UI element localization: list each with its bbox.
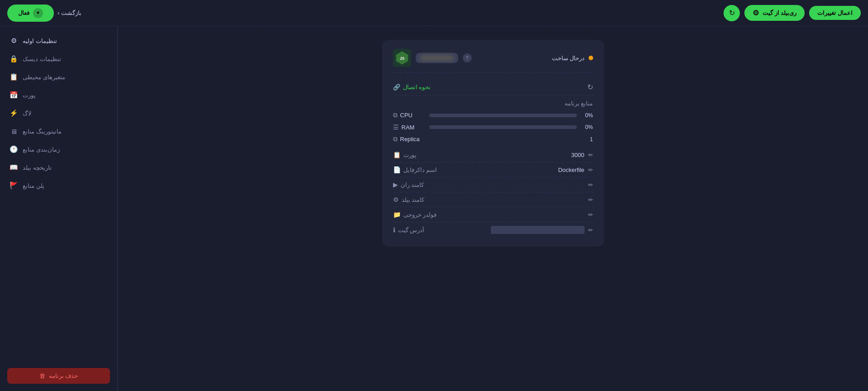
svg-text:JS: JS [399, 56, 404, 61]
output-edit-icon[interactable]: ✏ [588, 211, 593, 218]
build-history-icon: 📖 [9, 163, 18, 172]
content-area: درحال ساخت ? ████ JS ↻ [118, 26, 868, 391]
run-command-row: ✏ کامند ران ▶ [393, 177, 593, 192]
delete-icon: 🗑 [39, 372, 45, 379]
rebuild-from-git-button[interactable]: ری‌بیلد از گیت ⚙ [744, 5, 805, 21]
info-section: ✏ 3000 پورت 📋 ✏ Dockerfile اسم دا [393, 148, 593, 238]
build-history-label: تاریخچه بیلد [23, 164, 52, 171]
sidebar-item-logs[interactable]: لاگ ⚡ [0, 104, 117, 122]
git-info-icon: ℹ [393, 226, 395, 234]
resource-monitor-label: مانیتورینگ منابع [23, 128, 62, 135]
output-folder-right: فولدر خروجی 📁 [393, 211, 437, 218]
card-header-right: درحال ساخت [552, 55, 593, 62]
ports-icon: 📅 [9, 91, 18, 100]
resource-monitor-icon: 🖥 [9, 127, 18, 136]
sidebar-item-ports[interactable]: پورت 📅 [0, 86, 117, 104]
git-address-value: ████████████ [491, 226, 584, 234]
sidebar: تنظیمات اولیه ⚙ تنظیمات دیسک 🔒 متغیرهای … [0, 26, 118, 391]
ports-label: پورت [23, 92, 36, 99]
dockerfile-icon: 📄 [393, 166, 401, 173]
cpu-resource-right: CPU ⧉ [393, 111, 429, 119]
git-edit-icon[interactable]: ✏ [588, 227, 593, 234]
replica-resource-right: Replica ⧉ [393, 135, 429, 143]
cpu-resource-row: 0% CPU ⧉ [393, 111, 593, 119]
ram-copy-icon[interactable]: ☰ [393, 124, 399, 131]
disk-settings-label: تنظیمات دیسک [23, 56, 61, 62]
connection-label: نحوه اتصال [403, 84, 431, 91]
basic-settings-icon: ⚙ [9, 36, 18, 45]
ram-progress-bg [429, 125, 577, 129]
port-row: ✏ 3000 پورت 📋 [393, 148, 593, 162]
delete-app-button[interactable]: حذف برنامه 🗑 [7, 368, 110, 384]
logs-icon: ⚡ [9, 109, 18, 118]
sidebar-item-env-vars[interactable]: متغیرهای محیطی 📋 [0, 68, 117, 86]
build-edit-icon[interactable]: ✏ [588, 196, 593, 203]
sidebar-item-build-history[interactable]: تاریخچه بیلد 📖 [0, 158, 117, 176]
cpu-bar-left: 0% [429, 112, 593, 119]
cpu-label: CPU [400, 112, 412, 119]
connection-link[interactable]: نحوه اتصال 🔗 [393, 84, 431, 91]
card-header-left: ? ████ JS [393, 49, 472, 67]
rebuild-label: ری‌بیلد از گیت [762, 10, 796, 16]
nodejs-icon: JS [393, 49, 411, 67]
sidebar-item-resource-monitor[interactable]: مانیتورینگ منابع 🖥 [0, 122, 117, 140]
topbar: اعمال تغییرات ری‌بیلد از گیت ⚙ ↻ بازگشت … [0, 0, 868, 26]
connection-refresh-icon[interactable]: ↻ [587, 83, 593, 91]
connection-row: ↻ نحوه اتصال 🔗 [393, 79, 593, 95]
port-label: پورت [403, 152, 417, 158]
apply-changes-button[interactable]: اعمال تغییرات [809, 6, 861, 20]
sidebar-bottom: حذف برنامه 🗑 [0, 368, 117, 384]
back-label: بازگشت [61, 10, 82, 16]
status-button[interactable]: ▾ فعال [7, 5, 54, 22]
git-address-left: ✏ ████████████ [491, 226, 593, 234]
output-folder-row: ✏ فولدر خروجی 📁 [393, 207, 593, 222]
git-address-row: ✏ ████████████ آدرس گیت ℹ [393, 222, 593, 238]
replica-value: 1 [580, 136, 593, 143]
git-address-label: آدرس گیت [398, 227, 425, 234]
build-command-row: ✏ کامند بیلد ⚙ [393, 192, 593, 207]
env-vars-label: متغیرهای محیطی [23, 74, 65, 81]
gear-icon: ⚙ [753, 9, 759, 17]
sidebar-item-basic-settings[interactable]: تنظیمات اولیه ⚙ [0, 32, 117, 50]
app-name-pill: ████ [416, 53, 458, 63]
run-edit-icon[interactable]: ✏ [588, 181, 593, 188]
build-command-label: کامند بیلد [402, 196, 425, 203]
chevron-right-icon: › [58, 10, 59, 16]
status-dot [589, 56, 593, 60]
port-icon: 📋 [393, 151, 401, 158]
disk-settings-icon: 🔒 [9, 54, 18, 63]
replica-left: 1 [429, 136, 593, 143]
resource-plan-label: پلن منابع [23, 182, 44, 189]
port-value: 3000 [571, 152, 585, 158]
resource-schedule-label: زمان‌بندی منابع [23, 146, 60, 153]
sidebar-item-disk-settings[interactable]: تنظیمات دیسک 🔒 [0, 50, 117, 68]
logs-label: لاگ [23, 110, 31, 117]
delete-label: حذف برنامه [49, 372, 78, 379]
resource-plan-icon: 🚩 [9, 181, 18, 190]
dockerfile-value-left: ✏ Dockerfile [558, 167, 593, 173]
cpu-percent: 0% [580, 112, 593, 119]
card-header: درحال ساخت ? ████ JS [393, 49, 593, 73]
app-name-text: ████ [420, 55, 454, 61]
sidebar-item-resource-schedule[interactable]: زمان‌بندی منابع 🕐 [0, 140, 117, 158]
resources-title: منابع برنامه [393, 100, 593, 107]
output-folder-icon: 📁 [393, 211, 401, 218]
port-value-left: ✏ 3000 [571, 152, 593, 158]
output-folder-label: فولدر خروجی [403, 211, 437, 218]
dockerfile-edit-icon[interactable]: ✏ [588, 167, 593, 173]
help-icon[interactable]: ? [463, 53, 472, 62]
build-command-right: کامند بیلد ⚙ [393, 196, 425, 203]
chevron-down-icon: ▾ [33, 8, 43, 18]
sidebar-item-resource-plan[interactable]: پلن منابع 🚩 [0, 176, 117, 195]
building-status-text: درحال ساخت [552, 55, 585, 62]
run-icon: ▶ [393, 181, 398, 188]
refresh-button[interactable]: ↻ [724, 5, 740, 21]
cpu-copy-icon[interactable]: ⧉ [393, 111, 398, 119]
replica-copy-icon[interactable]: ⧉ [393, 135, 398, 143]
port-right: پورت 📋 [393, 151, 417, 158]
resource-schedule-icon: 🕐 [9, 145, 18, 154]
ram-percent: 0% [580, 124, 593, 130]
back-link[interactable]: بازگشت › [58, 10, 82, 16]
topbar-right: بازگشت › ▾ فعال [7, 5, 82, 22]
port-edit-icon[interactable]: ✏ [588, 152, 593, 158]
